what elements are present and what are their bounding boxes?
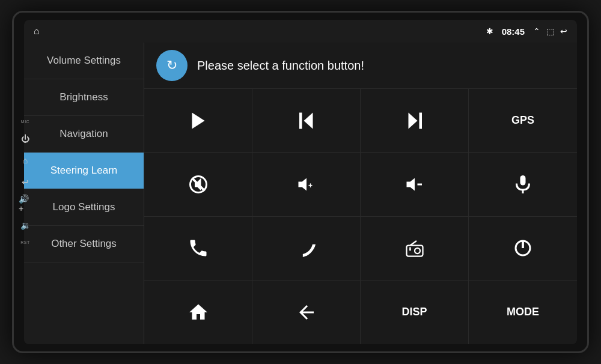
func-cell-radio[interactable]	[361, 217, 469, 281]
panel-title: Please select a function button!	[197, 59, 364, 73]
menu-item-navigation[interactable]: Navigation	[24, 116, 144, 153]
panel-header: ↻ Please select a function button!	[144, 43, 577, 89]
func-cell-mute[interactable]	[144, 153, 252, 216]
func-cell-next[interactable]	[361, 89, 469, 153]
main-content: Volume SettingsBrightnessNavigationSteer…	[24, 43, 577, 344]
menu-item-logo[interactable]: Logo Settings	[24, 189, 144, 226]
svg-rect-12	[520, 175, 526, 186]
func-cell-disp[interactable]: DISP	[361, 281, 469, 344]
menu-item-other[interactable]: Other Settings	[24, 226, 144, 262]
func-cell-prev[interactable]	[252, 89, 361, 153]
func-cell-play[interactable]	[144, 89, 252, 153]
left-menu: Volume SettingsBrightnessNavigationSteer…	[24, 43, 144, 344]
func-cell-vol-up[interactable]: +	[252, 153, 361, 216]
menu-item-steering[interactable]: Steering Learn	[24, 153, 144, 189]
svg-text:+: +	[308, 181, 313, 190]
svg-marker-7	[195, 178, 201, 190]
window-icon[interactable]: ⬚	[546, 26, 554, 36]
expand-icon[interactable]: ⌃	[533, 26, 540, 36]
function-grid: GPS +DISPMODE	[144, 89, 577, 344]
svg-rect-4	[419, 112, 422, 129]
svg-rect-2	[299, 112, 302, 129]
func-cell-vol-down[interactable]	[361, 153, 469, 216]
func-cell-gps[interactable]: GPS	[469, 89, 577, 153]
device: MIC ⏻ ⌂ ↩ 🔊+ 🔉 RST ⌂ ✱ 08:45 ⌃ ⬚ ↩	[12, 11, 589, 353]
menu-item-brightness[interactable]: Brightness	[24, 79, 144, 116]
vol-up-side-button[interactable]: 🔊+	[19, 197, 32, 210]
clock: 08:45	[502, 26, 525, 37]
back-side-button[interactable]: ↩	[19, 175, 32, 189]
svg-marker-1	[304, 112, 313, 129]
power-button[interactable]: ⏻	[19, 132, 32, 145]
svg-marker-3	[408, 112, 417, 129]
func-cell-mode[interactable]: MODE	[469, 281, 577, 344]
bluetooth-icon: ✱	[486, 26, 493, 36]
side-panel: MIC ⏻ ⌂ ↩ 🔊+ 🔉 RST	[19, 120, 32, 244]
vol-down-side-button[interactable]: 🔉	[19, 219, 32, 232]
screen: ⌂ ✱ 08:45 ⌃ ⬚ ↩ Volume SettingsBrightnes…	[24, 20, 577, 344]
menu-item-volume[interactable]: Volume Settings	[24, 43, 144, 79]
func-cell-power[interactable]	[469, 217, 577, 281]
svg-marker-0	[192, 112, 204, 129]
func-cell-mic-func[interactable]	[469, 153, 577, 216]
svg-marker-8	[298, 178, 307, 190]
svg-marker-10	[406, 178, 415, 190]
rst-label: RST	[20, 240, 30, 244]
mic-label: MIC	[21, 120, 29, 124]
func-cell-back-func[interactable]	[252, 281, 361, 344]
status-home-icon[interactable]: ⌂	[34, 26, 40, 37]
right-panel: ↻ Please select a function button! GPS +…	[144, 43, 577, 344]
refresh-button[interactable]: ↻	[156, 50, 188, 81]
back-icon[interactable]: ↩	[560, 26, 567, 36]
func-cell-phone[interactable]	[144, 217, 252, 281]
home-side-button[interactable]: ⌂	[19, 154, 32, 167]
func-cell-home-func[interactable]	[144, 281, 252, 344]
func-cell-call-end[interactable]	[252, 217, 361, 281]
svg-point-15	[415, 248, 420, 253]
status-bar: ⌂ ✱ 08:45 ⌃ ⬚ ↩	[24, 20, 577, 43]
